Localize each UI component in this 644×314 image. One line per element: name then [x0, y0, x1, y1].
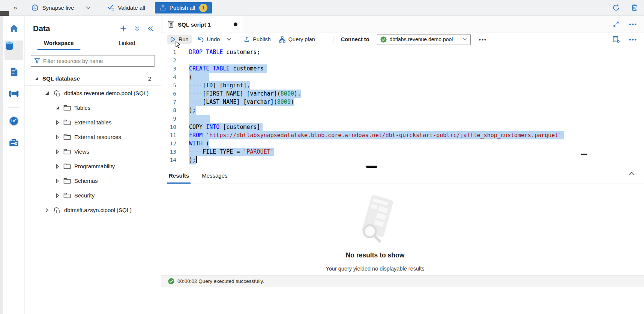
- code-line[interactable]: 12WITH (: [161, 139, 644, 148]
- validate-all-button[interactable]: Validate all: [107, 4, 145, 11]
- toolbar-overflow-options[interactable]: •••: [629, 36, 637, 43]
- line-number: 8: [161, 106, 176, 114]
- expanded-triangle-icon[interactable]: [55, 106, 60, 110]
- refresh-icon[interactable]: [612, 4, 620, 12]
- expanded-triangle-icon[interactable]: [44, 91, 50, 95]
- code-line[interactable]: 1DROP TABLE customers;: [161, 48, 644, 56]
- token-pl: FILE_TYPE =: [203, 148, 243, 155]
- tree-item-dbtlabs-revenue-demo-pool-sql-[interactable]: dbtlabs.revenue.demo.pool (SQL): [25, 86, 161, 100]
- filter-input[interactable]: [43, 58, 152, 64]
- tree-item-tables[interactable]: Tables: [25, 100, 161, 115]
- query-plan-button[interactable]: Query plan: [276, 35, 318, 44]
- empty-results-title: No results to show: [346, 251, 405, 259]
- collapsed-triangle-icon[interactable]: [55, 179, 60, 183]
- collapsed-triangle-icon[interactable]: [55, 193, 60, 198]
- sql-code-editor[interactable]: 1DROP TABLE customers;23CREATE TABLE cus…: [161, 46, 644, 167]
- token-pl: COPY: [189, 124, 206, 130]
- expanded-triangle-icon[interactable]: [34, 76, 39, 81]
- tree-item-views[interactable]: Views: [25, 144, 161, 159]
- collapsed-triangle-icon[interactable]: [55, 135, 60, 139]
- chevron-down-icon[interactable]: [86, 6, 91, 9]
- filter-funnel-icon: [34, 58, 40, 64]
- expand-menu-icon[interactable]: »: [14, 4, 16, 12]
- tree-item-schemas[interactable]: Schemas: [25, 173, 161, 188]
- token-kw: WITH: [189, 140, 203, 147]
- empty-results-state: No results to show Your query yielded no…: [161, 184, 589, 272]
- pool-select[interactable]: dbtlabs.revenue.demo.pool: [377, 34, 471, 45]
- editor-scrollbar-thumb[interactable]: [581, 154, 587, 155]
- publish-button[interactable]: Publish: [241, 35, 274, 44]
- code-line[interactable]: 11FROM 'https://dbtlabsynapsedatalake.bl…: [161, 131, 644, 139]
- code-line[interactable]: 8);: [161, 106, 644, 114]
- code-line[interactable]: 3CREATE TABLE customers: [161, 64, 644, 73]
- collapse-results-icon[interactable]: [629, 172, 635, 176]
- mode-selector[interactable]: Synapse live: [31, 4, 90, 12]
- collapsed-triangle-icon[interactable]: [55, 120, 60, 125]
- publish-all-button[interactable]: Publish all 1: [155, 2, 212, 13]
- line-number: 2: [161, 56, 176, 64]
- token-pl: customers;: [223, 49, 260, 55]
- toolbar-separator: [333, 36, 333, 43]
- connected-check-icon: [380, 36, 387, 43]
- code-line[interactable]: 2: [161, 56, 644, 64]
- tab-messages[interactable]: Messages: [198, 167, 231, 184]
- tree-item-sql-database[interactable]: SQL database2: [25, 71, 161, 86]
- tab-sql-script-1[interactable]: SQL script 1: [162, 16, 243, 33]
- code-line[interactable]: 6····[FIRST_NAME] [varchar](8000),: [161, 90, 644, 98]
- selection-highlight: WITH (: [189, 139, 209, 148]
- nav-manage[interactable]: [5, 133, 23, 153]
- toolbar-separator: [237, 36, 237, 43]
- add-resource-icon[interactable]: [120, 25, 127, 32]
- token-kw: INTO: [206, 124, 219, 130]
- code-line[interactable]: 7····[LAST_NAME] [varchar](8000): [161, 98, 644, 106]
- nav-data[interactable]: [5, 40, 23, 60]
- collapsed-triangle-icon[interactable]: [44, 208, 50, 212]
- line-content: [189, 115, 210, 123]
- code-line[interactable]: 9: [161, 115, 644, 123]
- undo-chevron-icon[interactable]: [227, 38, 231, 41]
- token-pl: );: [189, 107, 196, 114]
- script-properties-icon[interactable]: [612, 36, 620, 43]
- line-content: ····[LAST_NAME] [varchar](8000): [189, 98, 294, 106]
- code-line[interactable]: 14);: [161, 156, 644, 164]
- tab-workspace[interactable]: Workspace: [25, 40, 93, 50]
- nav-integrate[interactable]: [5, 84, 23, 103]
- run-button[interactable]: Run: [167, 35, 192, 44]
- empty-results-subtitle: Your query yielded no displayable result…: [326, 266, 424, 272]
- tree-item-external-resources[interactable]: External resources: [25, 130, 161, 144]
- tab-more-options[interactable]: •••: [629, 21, 637, 27]
- collapsed-triangle-icon[interactable]: [55, 164, 60, 169]
- code-line[interactable]: 10COPY INTO [customers]: [161, 123, 644, 131]
- tab-linked[interactable]: Linked: [93, 40, 161, 50]
- collapsed-triangle-icon[interactable]: [55, 150, 60, 154]
- tree-item-count: 2: [148, 75, 161, 82]
- tab-results[interactable]: Results: [165, 167, 193, 184]
- tree-item-programmability[interactable]: Programmability: [25, 159, 161, 173]
- undo-button[interactable]: Undo: [195, 35, 223, 44]
- line-content: COPY INTO [customers]: [189, 123, 263, 131]
- code-line[interactable]: 4(: [161, 73, 644, 81]
- code-line[interactable]: 13····FILE_TYPE = 'PARQUET': [161, 148, 644, 156]
- tree-item-label: dbtlabs.revenue.demo.pool (SQL): [64, 90, 149, 96]
- nav-monitor[interactable]: [5, 111, 23, 131]
- expand-editor-icon[interactable]: [613, 21, 619, 27]
- document-tab-bar: SQL script 1 •••: [161, 16, 644, 33]
- tree-item-label: Security: [74, 192, 95, 199]
- code-line[interactable]: 5····[ID] [bigint],: [161, 81, 644, 90]
- token-pl: ): [291, 99, 294, 105]
- line-number: 13: [161, 148, 176, 156]
- navigation-rail: [3, 16, 25, 314]
- folder-icon: [63, 178, 71, 184]
- nav-home[interactable]: [5, 19, 23, 38]
- tree-item-dbtmsft-azsyn-cipool-sql-[interactable]: dbtmsft.azsyn.cipool (SQL): [25, 203, 161, 217]
- resource-tree: SQL database2dbtlabs.revenue.demo.pool (…: [25, 71, 161, 217]
- collapse-panel-icon[interactable]: [147, 26, 153, 31]
- token-kw: CREATE: [189, 65, 209, 72]
- collapse-all-icon[interactable]: [134, 25, 140, 31]
- discard-trash-icon[interactable]: [630, 4, 638, 12]
- nav-develop[interactable]: [5, 62, 23, 82]
- tree-item-external-tables[interactable]: External tables: [25, 115, 161, 130]
- line-content: ····[FIRST_NAME] [varchar](8000),: [189, 90, 301, 98]
- tree-item-security[interactable]: Security: [25, 188, 161, 203]
- toolbar-more-options[interactable]: •••: [479, 36, 487, 43]
